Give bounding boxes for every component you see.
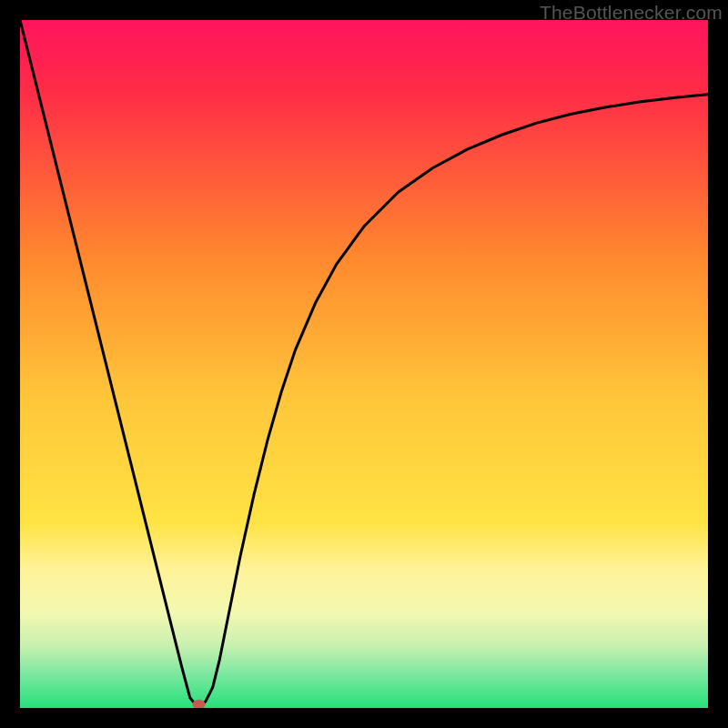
watermark-text: TheBottlenecker.com bbox=[540, 2, 723, 24]
bottleneck-chart bbox=[20, 20, 708, 708]
chart-background bbox=[20, 20, 708, 708]
